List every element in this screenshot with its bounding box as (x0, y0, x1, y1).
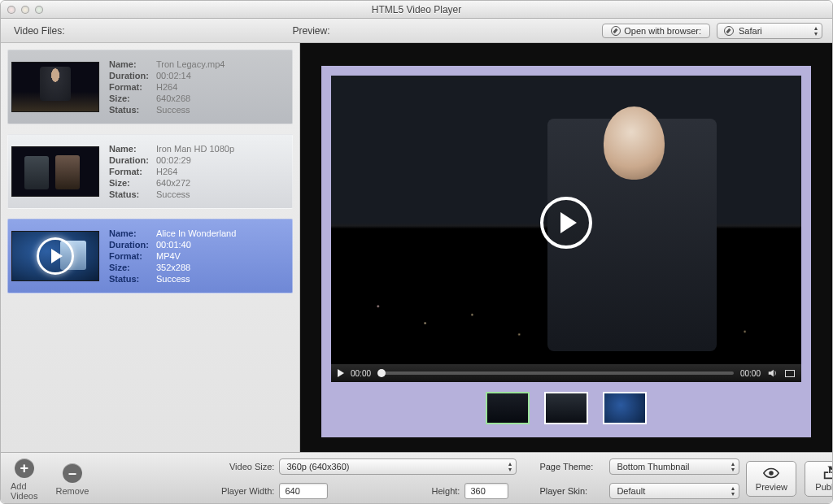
main-content: Name: Tron Legacy.mp4 Duration: 00:02:14… (1, 43, 832, 452)
preview-pane: 00:00 00:00 (300, 43, 832, 452)
file-thumbnail (11, 62, 99, 112)
chevron-updown-icon: ▴▾ (508, 461, 512, 472)
svg-point-0 (770, 471, 774, 476)
size-key: Size: (109, 93, 156, 103)
file-details: Name: Alice In Wonderland Duration: 00:0… (109, 228, 236, 284)
preview-label: Preview: (292, 25, 329, 37)
settings-form-left: Video Size: 360p (640x360) ▴▾ Player Wid… (209, 458, 517, 499)
export-icon (821, 466, 833, 480)
name-key: Name: (109, 228, 156, 238)
publish-button-label: Publish (815, 482, 833, 492)
status-key: Status: (109, 105, 156, 115)
height-label: Height: (414, 486, 460, 496)
fullscreen-icon[interactable] (785, 370, 795, 377)
format-value: H264 (156, 167, 234, 176)
video-size-label: Video Size: (209, 462, 274, 471)
browser-select[interactable]: Safari ▴▾ (717, 23, 822, 39)
player-skin-label: Player Skin: (539, 486, 604, 496)
file-thumbnail (11, 146, 99, 197)
play-icon[interactable] (338, 369, 344, 377)
eye-icon (762, 466, 780, 480)
name-value: Alice In Wonderland (156, 228, 236, 238)
format-key: Format: (109, 82, 156, 92)
player-stage: 00:00 00:00 (321, 66, 811, 437)
file-item[interactable]: Name: Iron Man HD 1080p Duration: 00:02:… (7, 134, 293, 209)
thumbnail-2[interactable] (544, 392, 588, 424)
page-theme-value: Bottom Thumbnail (617, 462, 689, 471)
duration-key: Duration: (109, 155, 156, 165)
open-with-browser-label: Open with browser: (624, 26, 701, 36)
current-time: 00:00 (351, 369, 371, 378)
chevron-updown-icon: ▴▾ (731, 485, 735, 497)
video-size-select[interactable]: 360p (640x360) ▴▾ (279, 458, 517, 475)
file-thumbnail (11, 231, 99, 281)
preview-button-label: Preview (756, 482, 787, 492)
volume-icon[interactable] (767, 367, 778, 379)
chevron-updown-icon: ▴▾ (731, 461, 735, 472)
name-value: Tron Legacy.mp4 (156, 59, 225, 69)
total-time: 00:00 (740, 369, 761, 378)
plus-icon (15, 458, 34, 478)
size-value: 640x272 (156, 178, 234, 188)
name-value: Iron Man HD 1080p (156, 144, 234, 154)
file-details: Name: Tron Legacy.mp4 Duration: 00:02:14… (109, 59, 225, 115)
status-value: Success (156, 105, 225, 115)
minus-icon (63, 463, 82, 483)
video-player[interactable]: 00:00 00:00 (331, 76, 801, 382)
title-bar: HTML5 Video Player (1, 1, 832, 19)
page-theme-label: Page Theme: (539, 462, 604, 471)
chevron-updown-icon: ▴▾ (814, 25, 818, 37)
duration-value: 00:01:40 (156, 240, 236, 250)
add-videos-label: Add Videos (11, 481, 37, 501)
bottom-toolbar: Add Videos Remove Video Size: 360p (640x… (1, 452, 832, 504)
publish-button[interactable]: Publish (805, 461, 833, 497)
action-buttons: Preview Publish (746, 461, 833, 497)
player-height-field[interactable]: 360 (464, 483, 508, 499)
player-width-value: 640 (285, 486, 299, 496)
file-details: Name: Iron Man HD 1080p Duration: 00:02:… (109, 144, 234, 199)
status-value: Success (156, 189, 234, 199)
play-button-overlay[interactable] (540, 197, 592, 249)
file-item[interactable]: Name: Tron Legacy.mp4 Duration: 00:02:14… (7, 50, 293, 124)
page-theme-select[interactable]: Bottom Thumbnail ▴▾ (609, 458, 739, 475)
file-item-selected[interactable]: Name: Alice In Wonderland Duration: 00:0… (7, 219, 293, 293)
settings-form-right: Page Theme: Bottom Thumbnail ▴▾ Player S… (539, 458, 739, 499)
player-width-field[interactable]: 640 (279, 483, 328, 499)
window-title: HTML5 Video Player (1, 4, 832, 15)
open-with-browser-button[interactable]: Open with browser: (602, 24, 710, 38)
duration-key: Duration: (109, 240, 156, 250)
format-key: Format: (109, 251, 156, 261)
format-key: Format: (109, 167, 156, 176)
size-value: 352x288 (156, 263, 236, 272)
player-height-value: 360 (470, 486, 485, 496)
seek-bar[interactable] (377, 371, 734, 375)
size-key: Size: (109, 263, 156, 272)
status-key: Status: (109, 189, 156, 199)
video-controls: 00:00 00:00 (331, 364, 801, 382)
player-skin-select[interactable]: Default ▴▾ (609, 483, 739, 499)
duration-value: 00:02:14 (156, 71, 225, 80)
preview-button[interactable]: Preview (746, 461, 796, 497)
name-key: Name: (109, 59, 156, 69)
size-value: 640x268 (156, 93, 225, 103)
format-value: MP4V (156, 251, 236, 261)
status-key: Status: (109, 274, 156, 284)
duration-value: 00:02:29 (156, 155, 234, 165)
play-icon (37, 237, 74, 275)
format-value: H264 (156, 82, 225, 92)
name-key: Name: (109, 144, 156, 154)
thumbnail-1[interactable] (486, 392, 530, 424)
player-width-label: Player Width: (209, 486, 274, 496)
thumbnail-row (331, 382, 801, 428)
status-value: Success (156, 274, 236, 284)
thumbnail-3[interactable] (603, 392, 647, 424)
video-files-label: Video Files: (14, 25, 64, 37)
player-skin-value: Default (617, 486, 645, 496)
safari-icon (724, 26, 734, 36)
compass-icon (611, 26, 621, 36)
remove-button[interactable]: Remove (55, 462, 89, 496)
remove-label: Remove (55, 486, 89, 496)
add-videos-button[interactable]: Add Videos (11, 457, 37, 501)
video-files-sidebar: Name: Tron Legacy.mp4 Duration: 00:02:14… (1, 43, 300, 452)
video-size-value: 360p (640x360) (286, 462, 349, 471)
